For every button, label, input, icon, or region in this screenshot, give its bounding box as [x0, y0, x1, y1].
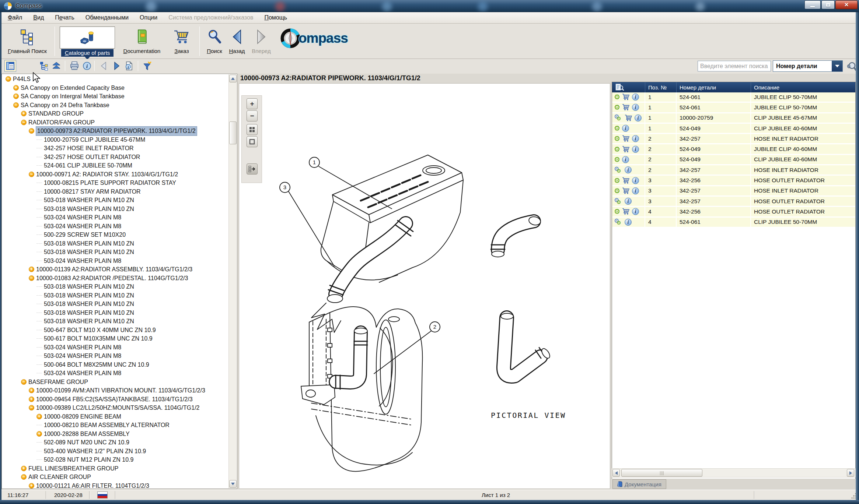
tree-item[interactable]: 342-257 HOSE OUTLET RADIATOR — [2, 153, 228, 162]
tree-item[interactable]: 503-018 WASHER PLAIN M10 ZN — [2, 248, 228, 257]
table-row[interactable]: ⚙⚙i2342-257HOSE INLET RADIATOR — [612, 165, 855, 176]
add-to-cart-icon[interactable] — [625, 114, 633, 121]
tree-item-label[interactable]: 502-028 NUT M12 PLAIN ZN 10.9 — [44, 455, 133, 464]
expand-icon[interactable]: + — [29, 388, 34, 393]
tree-item-label[interactable]: 10000-20759 CLIP JUBILEE 45-67MM — [44, 135, 145, 144]
collapse-icon[interactable]: − — [29, 405, 34, 410]
expand-icon[interactable]: + — [29, 396, 34, 402]
info-icon[interactable]: i — [635, 114, 642, 121]
filter-button[interactable] — [142, 60, 153, 72]
column-header-pos[interactable]: Поз. № — [645, 82, 677, 92]
tree-item-label[interactable]: 503-024 WASHER PLAIN M8 — [44, 343, 121, 352]
sheet-info-button[interactable]: i — [123, 60, 135, 72]
tree-item[interactable]: +STANDARD GROUP — [2, 109, 228, 118]
tree-item[interactable]: 503-400 WASHER 1/2" PLAIN ZN 10.9 — [2, 447, 228, 456]
tree-item[interactable]: −SA Canopy on 24 Defra Tankbase — [2, 101, 228, 110]
tree-item[interactable]: +SA Canopy on Extended Capacity Base — [2, 84, 228, 92]
info-icon[interactable]: i — [632, 94, 639, 101]
table-row[interactable]: ⚙i2342-257HOSE INLET RADIATOR — [612, 134, 855, 144]
tree-item[interactable]: 503-024 WASHER PLAIN M8 — [2, 222, 228, 231]
tree-item-label[interactable]: 503-018 WASHER PLAIN M10 ZN — [44, 309, 134, 317]
tree-item[interactable]: +10000-08209 ENGINE BEAM — [2, 412, 228, 421]
nav-back-button[interactable] — [98, 60, 110, 72]
tree-item[interactable]: 503-018 WASHER PLAIN M10 ZN — [2, 300, 228, 309]
scroll-up-button[interactable] — [229, 75, 237, 82]
tree-item-label[interactable]: 503-018 WASHER PLAIN M10 ZN — [44, 300, 134, 309]
zoom-out-button[interactable]: − — [247, 110, 258, 121]
expand-icon[interactable]: + — [36, 431, 42, 437]
close-button[interactable]: ✕ — [835, 0, 858, 9]
tree-item-label[interactable]: 10000-09454 FB5:C2(SA/SSA)TANKBASE. 1103… — [36, 395, 193, 404]
tree-item[interactable]: 503-018 WASHER PLAIN M10 ZN — [2, 205, 228, 214]
tree-item-label[interactable]: 10000-08215 PLATE SUPPORT RADIATOR STAY — [44, 179, 176, 187]
table-row[interactable]: ⚙i2524-049CLIP JUBILEE 40-60MM — [612, 155, 855, 165]
info-icon[interactable]: i — [625, 166, 632, 173]
tree-item-label[interactable]: 524-061 CLIP JUBILEE 50-70MM — [44, 161, 132, 170]
tree-item-label[interactable]: STANDARD GROUP — [28, 109, 84, 118]
table-header-actions[interactable] — [612, 82, 645, 92]
tree-item[interactable]: 10000-20759 CLIP JUBILEE 45-67MM — [2, 135, 228, 144]
part-gear-icon[interactable]: ⚙ — [614, 104, 620, 111]
tile-view-button[interactable] — [247, 124, 258, 135]
h-scroll-thumb[interactable] — [621, 469, 702, 477]
tree-item-label[interactable]: 10000-08217 STAY ARM RADIATOR — [44, 187, 141, 196]
tree-item-label[interactable]: BASEFRAME GROUP — [28, 378, 88, 387]
show-panel-button[interactable] — [247, 163, 258, 175]
tree-item[interactable]: 524-061 CLIP JUBILEE 50-70MM — [2, 161, 228, 170]
info-icon[interactable]: i — [622, 125, 629, 132]
scroll-thumb[interactable] — [229, 121, 237, 144]
expand-icon[interactable]: + — [13, 94, 19, 99]
tree-item-label[interactable]: 503-024 WASHER PLAIN M8 — [44, 213, 121, 222]
tree-item-label[interactable]: 503-018 WASHER PLAIN M10 ZN — [44, 317, 134, 326]
scroll-right-button[interactable] — [847, 469, 854, 477]
part-gear-icon[interactable]: ⚙ — [614, 94, 620, 101]
table-row[interactable]: ⚙⚙i4524-061CLIP JUBILEE 50-70MM — [612, 218, 855, 228]
expand-icon[interactable]: + — [13, 85, 19, 91]
menu-item-5[interactable]: Опции — [134, 13, 163, 23]
tree-item[interactable]: +10000-28288 BEAM ASSEMBLY — [2, 430, 228, 438]
tree-item[interactable]: 500-617 BOLT M10X35MM UNC ZN 10.9 — [2, 334, 228, 343]
tree-item-label[interactable]: 503-018 WASHER PLAIN M10 ZN — [44, 248, 134, 257]
tree-item[interactable]: +10000-01099 AVM:ANTI VIBRATION MOUNT. 1… — [2, 386, 228, 395]
tree-item[interactable]: 10000-08210 BEAM ASSEMBLY ALTERNATOR — [2, 421, 228, 430]
tree-item-label[interactable]: FUEL LINES/BREATHER GROUP — [28, 464, 119, 473]
tree-item[interactable]: +SA Canopy on Intergral Metal Tankbase — [2, 92, 228, 101]
add-to-cart-icon[interactable] — [622, 187, 630, 194]
tree-item[interactable]: 503-018 WASHER PLAIN M10 ZN — [2, 291, 228, 300]
tree-item-label[interactable]: 503-018 WASHER PLAIN M10 ZN — [44, 205, 134, 214]
assembly-gears-icon[interactable]: ⚙⚙ — [614, 218, 623, 226]
tree-item-label[interactable]: 10000-08209 ENGINE BEAM — [44, 412, 121, 421]
info-icon[interactable]: i — [632, 187, 639, 194]
tree-item-label[interactable]: 10000-00973 A2:RADIATOR PIPEWORK. 1103/4… — [36, 127, 197, 135]
info-icon[interactable]: i — [632, 135, 639, 142]
collapse-icon[interactable]: − — [21, 379, 27, 385]
scroll-down-button[interactable] — [229, 480, 237, 488]
expand-icon[interactable]: + — [29, 267, 34, 272]
column-header-desc[interactable]: Описание — [751, 82, 855, 92]
expand-icon[interactable]: + — [21, 466, 27, 471]
single-view-button[interactable] — [247, 136, 258, 147]
minimize-button[interactable] — [804, 0, 821, 9]
tree-item-label[interactable]: 500-229 SCREW SET M10X20 — [44, 230, 126, 239]
tree-item[interactable]: −RADIATOR/FAN GROUP — [2, 118, 228, 127]
menu-item-4[interactable]: Обменданными — [80, 13, 134, 23]
collapse-icon[interactable]: − — [21, 120, 27, 125]
menu-item-6[interactable]: Система предложений/заказов — [163, 13, 259, 23]
column-header-part[interactable]: Номер детали — [677, 82, 751, 92]
tree-item[interactable]: −10000-00971 A2: RADIATOR STAY. 1103/4/G… — [2, 170, 228, 179]
chevron-down-icon[interactable] — [832, 61, 842, 71]
table-row[interactable]: ⚙i1524-061JUBILEE CLIP 50-70MM — [612, 92, 855, 103]
tree-item[interactable]: −10000-01083 A2:RADIATOR /PEDESTAL. 1104… — [2, 274, 228, 283]
tree-item-label[interactable]: 503-018 WASHER PLAIN M10 ZN — [44, 196, 134, 205]
table-row[interactable]: ⚙i3342-257HOSE INLET RADIATOR — [612, 186, 855, 197]
assembly-gears-icon[interactable]: ⚙⚙ — [614, 114, 623, 122]
table-row[interactable]: ⚙i1524-061JUBILEE CLIP 50-70MM — [612, 103, 855, 113]
collapse-icon[interactable]: − — [29, 275, 34, 281]
tree-item-label[interactable]: 500-064 BOLT M8X25MM UNC ZN 10.9 — [44, 360, 149, 369]
tree-item[interactable]: 503-024 WASHER PLAIN M8 — [2, 343, 228, 352]
collapse-icon[interactable]: − — [6, 76, 11, 82]
tree-item-label[interactable]: 10000-00971 A2: RADIATOR STAY. 1103/4/G/… — [36, 170, 178, 179]
hierarchy-view-button[interactable] — [38, 60, 50, 72]
assembly-gears-icon[interactable]: ⚙⚙ — [614, 166, 623, 174]
collapse-icon[interactable]: − — [13, 102, 19, 108]
